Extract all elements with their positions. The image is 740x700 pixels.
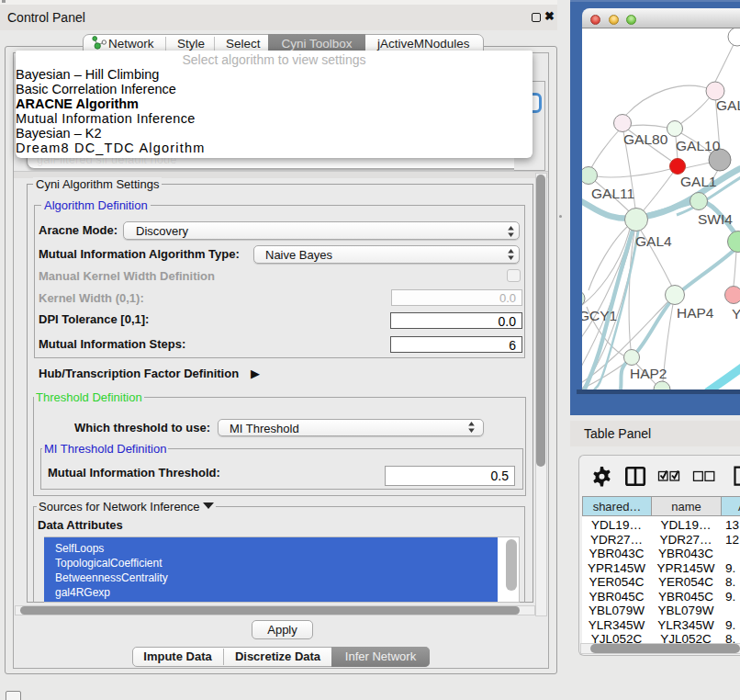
svg-text:SWI4: SWI4 [698,211,733,227]
svg-text:GAL: GAL [716,97,740,113]
svg-text:GAL1: GAL1 [680,174,717,189]
svg-text:GAL11: GAL11 [591,186,634,201]
svg-text:HAP4: HAP4 [677,305,714,321]
svg-text:HAP2: HAP2 [630,366,667,381]
svg-text:Y: Y [732,306,740,322]
svg-text:GAL4: GAL4 [635,233,672,249]
svg-text:GAL10: GAL10 [676,138,721,153]
svg-text:GAL80: GAL80 [623,131,668,147]
svg-text:GCY1: GCY1 [582,308,617,323]
